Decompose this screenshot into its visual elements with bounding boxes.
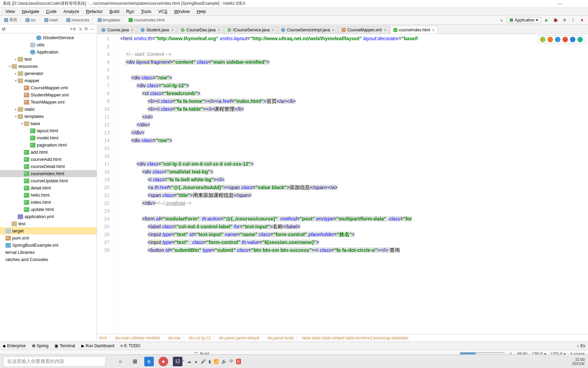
tree-row[interactable]: hello.html (0, 191, 97, 199)
run-button[interactable]: ▶ (543, 17, 550, 24)
editor-tab[interactable]: Student.java✕ (137, 26, 177, 34)
ie-icon[interactable] (570, 37, 575, 42)
build-icon[interactable]: ↘ (498, 17, 505, 24)
project-tree[interactable]: IStudentServiceutilsApplication▸test▾res… (0, 33, 97, 341)
tree-row[interactable]: model.html (0, 134, 97, 141)
structure-crumb[interactable]: div.panel.panel-default (218, 336, 259, 340)
menu-vcs[interactable]: VCS (156, 8, 170, 15)
code-area[interactable]: <html xmlns:th="http://www.thymeleaf.org… (118, 34, 588, 334)
tree-row[interactable]: update.html (0, 206, 97, 213)
windows-search-input[interactable]: 在这里输入你要搜索的内容 (3, 356, 105, 367)
tool-run-dashboard[interactable]: ▶ Run Dashboard (81, 343, 114, 348)
breadcrumb-item[interactable]: templates (96, 18, 122, 22)
structure-crumb[interactable]: div.row (168, 336, 181, 340)
record-icon[interactable]: ● (159, 357, 168, 366)
menu-tools[interactable]: Tools (138, 8, 154, 15)
tree-row[interactable]: courseIndex.html (0, 170, 97, 177)
editor-tab[interactable]: Course.java✕ (98, 26, 137, 34)
tree-row[interactable]: index.html (0, 199, 97, 206)
edge-taskbar-icon[interactable]: e (144, 357, 154, 366)
structure-crumb[interactable]: div.main.sidebar-minified (115, 336, 160, 340)
tree-row[interactable]: TestAMapper.xml (0, 98, 97, 106)
tree-row[interactable]: Application (0, 48, 97, 56)
menu-view[interactable]: View (3, 8, 18, 15)
intellij-taskbar-icon[interactable]: IJ (173, 357, 182, 366)
tree-row[interactable]: ▸static (0, 106, 97, 113)
opera-icon[interactable] (562, 37, 568, 42)
tree-row[interactable]: ▸test (0, 56, 97, 63)
tray-ime-icon[interactable]: 中 (229, 358, 233, 364)
firefox-icon[interactable] (548, 37, 553, 42)
menu-run[interactable]: Run (124, 8, 137, 15)
breadcrumb-item[interactable]: src (24, 18, 37, 22)
tab-close-icon[interactable]: ✕ (332, 28, 335, 32)
editor[interactable]: 1234567891011121314151617181920212223242… (97, 34, 588, 334)
tab-close-icon[interactable]: ✕ (171, 28, 174, 32)
menu-build[interactable]: Build (107, 8, 122, 15)
edge-icon[interactable] (577, 37, 583, 42)
stop-button[interactable]: ■ (578, 17, 585, 24)
tree-row[interactable]: ▸generator (0, 70, 97, 77)
tree-row[interactable]: pom.xml (0, 234, 97, 242)
collapse-icon[interactable]: ⇲ (78, 26, 82, 31)
tree-row[interactable]: courseAdd.html (0, 156, 97, 163)
attach-button[interactable]: ⤵ (570, 17, 576, 24)
structure-crumb[interactable]: div.col-lg-12 (189, 336, 211, 340)
tab-close-icon[interactable]: ✕ (131, 28, 134, 32)
locate-icon[interactable]: ⊕ (72, 26, 76, 31)
tool-todo[interactable]: ≡ 6: TODO (120, 343, 141, 348)
tree-row[interactable]: StudentMapper.xml (0, 91, 97, 98)
editor-tab[interactable]: courseIndex.html✕ (390, 26, 438, 34)
tree-row[interactable]: utils (0, 41, 97, 48)
breadcrumb-item[interactable]: resources (65, 18, 91, 22)
editor-tab[interactable]: CourseDao.java✕ (178, 26, 224, 34)
tray-mic-icon[interactable]: 🎤 (201, 359, 206, 364)
gear-icon[interactable]: ⚙ (84, 26, 88, 31)
structure-crumb[interactable]: table.table.table-striped.table-bordered… (302, 336, 409, 340)
tray-input-icon[interactable]: S (236, 359, 241, 364)
tree-row[interactable]: ▾mapper (0, 77, 97, 84)
tab-close-icon[interactable]: ✕ (432, 28, 435, 32)
tool-terminal[interactable]: ▣ Terminal (54, 343, 75, 348)
tray-cloud-icon[interactable]: ☁ (187, 359, 191, 364)
debug-button[interactable]: 🐞 (552, 17, 559, 24)
tree-row[interactable]: application.yml (0, 213, 97, 220)
tree-row[interactable]: ▾base (0, 120, 97, 127)
tool-event-log[interactable]: ○ Ev (577, 343, 585, 348)
structure-crumb[interactable]: html (99, 336, 107, 340)
tree-row[interactable]: detail.html (0, 184, 97, 191)
tree-row[interactable]: courseDetail.html (0, 163, 97, 170)
menu-code[interactable]: Code (43, 8, 59, 15)
tab-close-icon[interactable]: ✕ (271, 28, 274, 32)
tray-up-icon[interactable]: ^ (182, 359, 184, 364)
run-config-dropdown[interactable]: Application ▾ (507, 17, 541, 23)
tree-row[interactable]: test (0, 220, 97, 227)
minimize-icon[interactable]: — (557, 1, 562, 6)
tree-row[interactable]: ▾templates (0, 113, 97, 120)
tool-spring[interactable]: ✿ Spring (32, 343, 49, 348)
structure-crumb[interactable]: div.panel-body (267, 336, 294, 340)
cortana-icon[interactable]: ○ (116, 357, 125, 366)
tree-row[interactable]: add.html (0, 149, 97, 156)
breadcrumb-item[interactable]: 系统 (3, 17, 19, 23)
editor-tab[interactable]: ICourseService.java✕ (224, 26, 277, 34)
task-view-icon[interactable]: ⊞ (130, 357, 140, 366)
tree-row[interactable]: courseUpdate.html (0, 177, 97, 184)
chrome-icon[interactable] (540, 37, 545, 42)
tree-row[interactable]: pagination.html (0, 141, 97, 149)
tree-row[interactable]: ratches and Consoles (0, 256, 97, 263)
menu-help[interactable]: Help (194, 8, 209, 15)
tray-battery-icon[interactable]: ▮ (209, 359, 211, 364)
tree-row[interactable]: CourseMapper.xml (0, 84, 97, 91)
coverage-button[interactable]: ◔ (561, 17, 568, 24)
editor-tab[interactable]: CourseMapper.xml✕ (339, 26, 390, 34)
tree-row[interactable]: IStudentService (0, 34, 97, 41)
tree-row[interactable]: target (0, 227, 97, 234)
tree-row[interactable]: SpringBootExample.iml (0, 242, 97, 249)
tray-volume-icon[interactable]: 🔊 (222, 359, 227, 364)
breadcrumb-item[interactable]: courseIndex.html (127, 18, 166, 22)
menu-navigate[interactable]: Navigate (19, 8, 42, 15)
safari-icon[interactable] (555, 37, 560, 42)
menu-window[interactable]: Window (172, 8, 193, 15)
hide-icon[interactable]: — (90, 26, 95, 31)
